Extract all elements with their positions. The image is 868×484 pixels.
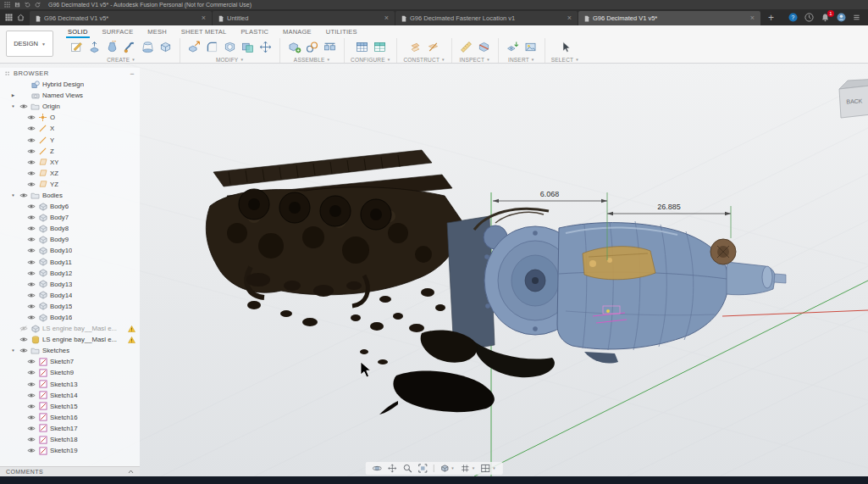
new-tab-button[interactable]: + [761, 9, 781, 25]
tree-item-ls-engine-bay-masl-e[interactable]: LS engine bay__Masl e... [0, 334, 140, 345]
construct-axis-icon[interactable] [425, 39, 441, 55]
tree-item-body12[interactable]: Body12 [0, 268, 140, 279]
eye-icon[interactable] [26, 292, 36, 298]
eye-icon[interactable] [26, 392, 36, 398]
create-sketch-icon[interactable] [69, 39, 85, 55]
combine-icon[interactable] [240, 39, 256, 55]
tree-item-sketch15[interactable]: Sketch15 [0, 401, 140, 412]
document-tab-g96-decimated-fastener-location-v1[interactable]: G96 Decimated Fastener Location v1× [395, 11, 578, 25]
tree-item-sketch16[interactable]: Sketch16 [0, 412, 140, 423]
document-tab-g96-decimated-v1-v5[interactable]: G96 Decimated V1 v5*× [578, 11, 760, 25]
group-label[interactable]: INSPECT▼ [460, 57, 490, 63]
move-copy-icon[interactable] [257, 39, 274, 55]
extrude-icon[interactable] [86, 39, 102, 55]
eye-icon[interactable] [26, 236, 36, 242]
tree-item-body6[interactable]: Body6 [0, 201, 140, 212]
tree-item-sketch17[interactable]: Sketch17 [0, 423, 140, 434]
home-icon[interactable] [17, 14, 25, 21]
eye-icon[interactable] [26, 403, 36, 409]
eye-icon[interactable] [26, 303, 36, 309]
app-grid-icon[interactable] [3, 2, 10, 8]
app-menu-icon[interactable] [853, 14, 860, 21]
redo-icon[interactable] [34, 2, 41, 8]
tree-item-body11[interactable]: Body11 [0, 257, 140, 268]
menu-tab-manage[interactable]: MANAGE [281, 25, 313, 38]
fillet-icon[interactable] [204, 39, 220, 55]
comments-bar[interactable]: COMMENTS [0, 466, 140, 476]
chevron-expanded-icon[interactable]: ▼ [10, 104, 16, 108]
eye-icon[interactable] [26, 181, 36, 187]
eye-icon[interactable] [26, 214, 36, 220]
section-analysis-icon[interactable] [476, 39, 492, 55]
job-status-icon[interactable] [804, 13, 814, 22]
tree-item-x[interactable]: X [0, 123, 140, 134]
select-icon[interactable] [557, 39, 573, 55]
display-settings-icon[interactable]: ▼ [438, 463, 456, 474]
group-label[interactable]: SELECT▼ [551, 57, 579, 63]
eye-icon[interactable] [26, 203, 36, 209]
measure-icon[interactable] [458, 39, 474, 55]
group-label[interactable]: CREATE▼ [107, 57, 135, 63]
tab-close-icon[interactable]: × [384, 14, 389, 22]
eye-icon[interactable] [26, 148, 36, 154]
eye-icon[interactable] [26, 359, 36, 364]
tree-item-body7[interactable]: Body7 [0, 212, 140, 223]
eye-icon[interactable] [19, 337, 28, 342]
orbit-icon[interactable] [370, 463, 383, 474]
pan-icon[interactable] [385, 463, 398, 474]
eye-off-icon[interactable] [19, 325, 28, 331]
tree-item-body16[interactable]: Body16 [0, 312, 140, 323]
eye-icon[interactable] [26, 314, 36, 320]
tree-item-bodies[interactable]: ▼Bodies [0, 190, 140, 201]
revolve-icon[interactable] [104, 39, 120, 55]
group-label[interactable]: CONFIGURE▼ [351, 57, 390, 63]
eye-icon[interactable] [26, 125, 36, 131]
insert-mesh-icon[interactable] [505, 39, 521, 55]
document-tab-g96-decimated-v1-v5[interactable]: G96 Decimated V1 v5*× [30, 11, 212, 25]
eye-icon[interactable] [26, 114, 36, 120]
menu-tab-sheet-metal[interactable]: SHEET METAL [180, 25, 229, 38]
eye-icon[interactable] [26, 370, 36, 376]
eye-icon[interactable] [26, 248, 36, 253]
tree-item-sketch9[interactable]: Sketch9 [0, 367, 140, 378]
undo-icon[interactable] [24, 2, 30, 8]
rigid-group-icon[interactable] [322, 39, 338, 55]
menu-tab-solid[interactable]: SOLID [66, 25, 90, 38]
tree-item-body15[interactable]: Body15 [0, 301, 140, 312]
tree-item-xz[interactable]: XZ [0, 168, 140, 179]
menu-tab-mesh[interactable]: MESH [146, 25, 168, 38]
tree-item-sketch18[interactable]: Sketch18 [0, 434, 140, 445]
decal-icon[interactable] [522, 39, 539, 55]
tab-close-icon[interactable]: × [202, 14, 206, 22]
group-label[interactable]: ASSEMBLE▼ [294, 57, 330, 63]
shell-icon[interactable] [222, 39, 238, 55]
tree-item-body9[interactable]: Body9 [0, 234, 140, 245]
eye-icon[interactable] [26, 381, 36, 387]
eye-icon[interactable] [26, 259, 36, 265]
fit-icon[interactable] [416, 463, 428, 474]
chevron-expanded-icon[interactable]: ▼ [10, 193, 16, 197]
tree-item-yz[interactable]: YZ [0, 179, 140, 190]
tree-item-xy[interactable]: XY [0, 157, 140, 168]
group-label[interactable]: MODIFY▼ [216, 57, 244, 63]
tree-item-body14[interactable]: Body14 [0, 290, 140, 301]
eye-icon[interactable] [19, 192, 28, 198]
eye-icon[interactable] [26, 448, 36, 453]
new-component-icon[interactable] [286, 39, 302, 55]
save-icon[interactable] [14, 2, 20, 8]
zoom-icon[interactable] [401, 463, 413, 474]
tab-close-icon[interactable]: × [567, 14, 572, 22]
tree-item-named-views[interactable]: ▶Named Views [0, 90, 140, 101]
eye-icon[interactable] [26, 437, 36, 442]
group-label[interactable]: INSERT▼ [508, 57, 535, 63]
chevron-collapsed-icon[interactable]: ▶ [10, 93, 16, 97]
menu-tab-plastic[interactable]: PLASTIC [239, 25, 270, 38]
group-label[interactable]: CONSTRUCT▼ [403, 57, 445, 63]
tab-close-icon[interactable]: × [750, 14, 755, 22]
tree-item-origin[interactable]: ▼Origin [0, 101, 140, 112]
eye-icon[interactable] [26, 159, 36, 165]
eye-icon[interactable] [26, 225, 36, 231]
viewport[interactable]: 6.068 26.885 BACK BROWSER − Hybrid Desig… [0, 64, 868, 476]
tree-item-hybrid-design[interactable]: Hybrid Design [0, 79, 140, 90]
grid-settings-icon[interactable]: ▼ [459, 463, 477, 474]
